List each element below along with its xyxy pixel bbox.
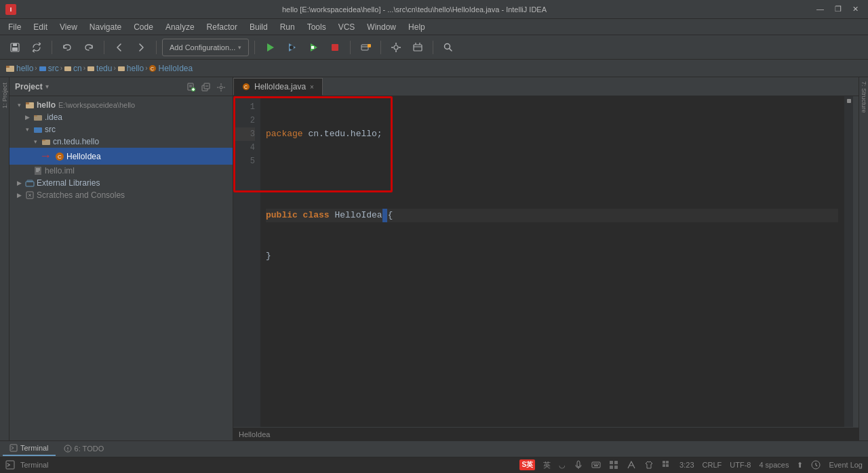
svg-rect-60 — [27, 180, 33, 182]
add-configuration-button[interactable]: Add Configuration... ▾ — [162, 39, 249, 56]
tree-item-src[interactable]: ▾ src — [9, 123, 233, 136]
menu-view[interactable]: View — [54, 21, 83, 33]
cursor-position[interactable]: 3:23 — [679, 461, 694, 469]
tab-close-button[interactable]: × — [310, 83, 314, 91]
toolbar: Add Configuration... ▾ — [0, 35, 868, 60]
collapse-all-icon[interactable] — [200, 79, 212, 93]
code-line-4: } — [266, 249, 838, 263]
brace-close: } — [266, 249, 271, 263]
menu-run[interactable]: Run — [275, 21, 300, 33]
project-breadcrumb-icon — [5, 64, 15, 73]
menu-vcs[interactable]: VCS — [333, 21, 361, 33]
line-numbers: 1 2 3 4 5 — [233, 96, 260, 427]
editor-tab-helloidea[interactable]: C HelloIdea.java × — [233, 78, 323, 96]
code-line-2 — [266, 168, 838, 182]
debug-button[interactable] — [282, 38, 301, 57]
breadcrumb-tedu[interactable]: tedu — [96, 64, 112, 73]
code-editor[interactable]: 1 2 3 4 5 package cn.tedu.hello; public … — [233, 96, 859, 427]
sync-button[interactable] — [27, 38, 46, 57]
svg-point-40 — [220, 86, 222, 89]
toolbar-separator-3 — [156, 41, 157, 54]
bottom-tab-todo[interactable]: 6: TODO — [57, 441, 111, 456]
sdk-manager-button[interactable] — [408, 38, 427, 57]
stop-button[interactable] — [326, 38, 344, 57]
build-project-button[interactable] — [356, 38, 375, 57]
breadcrumb-src[interactable]: src — [48, 64, 59, 73]
menu-code[interactable]: Code — [128, 21, 159, 33]
run-button[interactable] — [260, 38, 279, 57]
code-content[interactable]: package cn.tedu.hello; public class Hell… — [260, 96, 844, 427]
undo-button[interactable] — [58, 38, 77, 57]
forward-button[interactable] — [132, 38, 151, 57]
keyboard-icon[interactable] — [591, 460, 601, 470]
svg-line-22 — [450, 48, 452, 51]
svg-rect-76 — [594, 466, 598, 467]
java-class-icon: C — [55, 152, 64, 161]
project-panel-chevron[interactable]: ▾ — [45, 83, 49, 90]
breadcrumb-helloidea[interactable]: HelloIdea — [158, 64, 193, 73]
keyword-class: class — [303, 209, 335, 222]
close-button[interactable]: ✕ — [848, 3, 863, 15]
title-bar-title: hello [E:\workspaceidea\hello] - ...\src… — [16, 5, 812, 14]
breadcrumb-hello[interactable]: hello — [16, 64, 33, 73]
power-save-icon: ⬆ — [797, 461, 803, 470]
red-arrow-indicator: → — [39, 149, 52, 163]
indent-size[interactable]: 4 spaces — [759, 461, 789, 469]
menu-window[interactable]: Window — [361, 21, 401, 33]
tree-item-idea[interactable]: ▶ .idea — [9, 111, 233, 123]
vertical-scrollbar[interactable] — [853, 96, 859, 427]
search-everywhere-button[interactable] — [439, 38, 458, 57]
vtab-structure[interactable]: 7: Structure — [859, 77, 869, 117]
tree-item-hello-iml[interactable]: ▶ hello.iml — [9, 165, 233, 177]
project-settings-icon[interactable] — [215, 79, 227, 93]
ime-tone-icon[interactable]: ◡ — [559, 461, 566, 470]
menu-edit[interactable]: Edit — [28, 21, 53, 33]
redo-button[interactable] — [79, 38, 98, 57]
svg-rect-17 — [414, 45, 422, 51]
title-bar-left: I — [5, 4, 16, 15]
tree-item-helloidea[interactable]: → C HelloIdea — [9, 148, 233, 165]
sougou-icon[interactable]: S英 — [519, 459, 535, 470]
menu-navigate[interactable]: Navigate — [84, 21, 127, 33]
mic-icon[interactable] — [574, 460, 583, 470]
svg-rect-78 — [614, 461, 618, 464]
line-ending[interactable]: CRLF — [703, 461, 722, 469]
title-bar-controls: — ❐ ✕ — [812, 3, 863, 15]
svg-text:C: C — [58, 154, 62, 160]
event-log-icon — [811, 460, 821, 470]
svg-line-88 — [816, 465, 817, 466]
menu-analyze[interactable]: Analyze — [160, 21, 200, 33]
event-log-label[interactable]: Event Log — [829, 461, 863, 469]
iml-file-icon — [33, 166, 43, 176]
coverage-button[interactable] — [304, 38, 323, 57]
shirt-icon[interactable] — [644, 460, 654, 470]
save-all-button[interactable] — [5, 38, 24, 57]
svg-rect-79 — [610, 466, 613, 469]
breadcrumb-cn[interactable]: cn — [73, 64, 82, 73]
tree-item-hello-module[interactable]: ▾ hello E:\workspaceidea\hello — [9, 99, 233, 111]
share-icon[interactable] — [627, 460, 636, 470]
tree-item-external-libs[interactable]: ▶ External Libraries — [9, 177, 233, 189]
breadcrumb-hello-pkg[interactable]: hello — [127, 64, 144, 73]
menu-tools[interactable]: Tools — [302, 21, 332, 33]
back-button[interactable] — [110, 38, 129, 57]
menu-help[interactable]: Help — [403, 21, 431, 33]
tree-item-scratches[interactable]: ▶ Scratches and Consoles — [9, 189, 233, 201]
maximize-button[interactable]: ❐ — [831, 3, 846, 15]
encoding[interactable]: UTF-8 — [730, 461, 751, 469]
grid-icon[interactable] — [662, 460, 671, 470]
menu-build[interactable]: Build — [244, 21, 273, 33]
class-name: HelloIdea — [334, 209, 382, 222]
side-panel-actions — [185, 79, 227, 93]
layout-icon[interactable] — [609, 460, 618, 470]
new-file-icon[interactable] — [185, 79, 197, 93]
menu-file[interactable]: File — [3, 21, 26, 33]
tree-item-package[interactable]: ▾ cn.tedu.hello — [9, 136, 233, 148]
status-terminal-label[interactable]: Terminal — [20, 461, 49, 469]
bottom-tab-terminal[interactable]: Terminal — [3, 441, 56, 456]
tools-button[interactable] — [387, 38, 406, 57]
menu-refactor[interactable]: Refactor — [201, 21, 243, 33]
ime-english-icon[interactable]: 英 — [543, 460, 551, 470]
vtab-project[interactable]: 1: Project — [0, 77, 9, 114]
minimize-button[interactable]: — — [812, 3, 828, 15]
